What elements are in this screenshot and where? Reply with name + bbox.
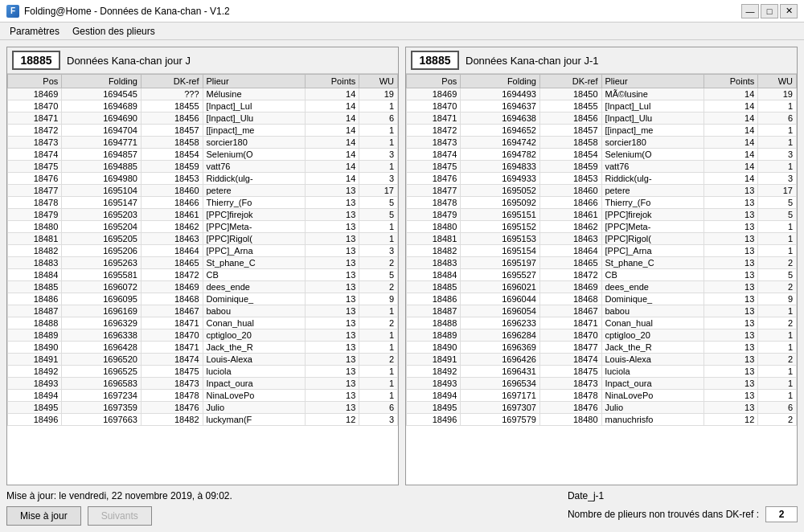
- table-row[interactable]: 18483169519718465St_phane_C132: [407, 257, 797, 269]
- table-row[interactable]: 18474169485718454Selenium(O143: [8, 149, 398, 161]
- maximize-button[interactable]: □: [761, 4, 778, 18]
- table-row[interactable]: 18488169623318471Conan_hual132: [407, 317, 797, 329]
- table-cell: Thierry_(Fo: [601, 197, 704, 209]
- table-row[interactable]: 18494169717118478NinaLovePo131: [407, 390, 797, 402]
- table-row[interactable]: 18482169520618464[PPC]_Arna133: [8, 245, 398, 257]
- next-button[interactable]: Suivants: [88, 506, 152, 526]
- menu-parametres[interactable]: Paramètres: [3, 24, 66, 39]
- table-row[interactable]: 18493169653418473Inpact_oura131: [407, 378, 797, 390]
- date-j1-label: Date_j-1: [568, 490, 798, 501]
- table-row[interactable]: 18486169609518468Dominique_139: [8, 293, 398, 305]
- table-row[interactable]: 18496169766318482luckyman(F123: [8, 414, 398, 426]
- table-cell: 1: [359, 125, 398, 137]
- table-row[interactable]: 18475169483318459vatt76141: [407, 161, 797, 173]
- table-row[interactable]: 18473169477118458sorcier180141: [8, 137, 398, 149]
- table-cell: 14: [704, 125, 758, 137]
- table-row[interactable]: 18483169526318465St_phane_C132: [8, 257, 398, 269]
- table-row[interactable]: 18492169643118475luciola131: [407, 366, 797, 378]
- table-row[interactable]: 184691694545???Mélusine1419: [8, 88, 398, 100]
- table-row[interactable]: 18486169604418468Dominique_139: [407, 293, 797, 305]
- table-row[interactable]: 18487169605418467babou131: [407, 305, 797, 317]
- minimize-button[interactable]: —: [741, 4, 759, 18]
- table-row[interactable]: 18476169493318453Riddick(ulg-143: [407, 173, 797, 185]
- table-row[interactable]: 18489169633818470cptigloo_20131: [8, 329, 398, 342]
- table-row[interactable]: 18479169515118461[PPC]firejok135: [407, 209, 797, 221]
- table-row[interactable]: 18476169498018453Riddick(ulg-143: [8, 173, 398, 185]
- table-row[interactable]: 18481169515318463[PPC]Rigol(131: [407, 233, 797, 245]
- table-cell: 1: [758, 366, 797, 378]
- table-cell: 13: [704, 305, 758, 317]
- table-cell: 1695527: [461, 269, 540, 281]
- table-row[interactable]: 18490169642818471Jack_the_R131: [8, 342, 398, 354]
- table-row[interactable]: 18491169652018474Louis-Alexa132: [8, 354, 398, 366]
- table-row[interactable]: 18493169658318473Inpact_oura131: [8, 378, 398, 390]
- table-row[interactable]: 18469169449318450MÃ©lusine1419: [407, 88, 797, 100]
- table-row[interactable]: 18478169514718466Thierry_(Fo135: [8, 197, 398, 209]
- table-cell: Riddick(ulg-: [203, 173, 306, 185]
- menu-bar: Paramètres Gestion des plieurs: [0, 23, 804, 40]
- table-row[interactable]: 18496169757918480manuchrisfo122: [407, 414, 797, 426]
- table-cell: 13: [704, 197, 758, 209]
- table-cell: 18482: [407, 245, 461, 257]
- table-cell: 13: [306, 378, 359, 390]
- update-button[interactable]: Mise à jour: [6, 506, 81, 526]
- table-cell: 18468: [539, 293, 601, 305]
- table-row[interactable]: 18494169723418478NinaLovePo131: [8, 390, 398, 402]
- table-row[interactable]: 18488169632918471Conan_hual132: [8, 317, 398, 329]
- table-cell: 18459: [539, 161, 601, 173]
- table-row[interactable]: 18481169520518463[PPC]Rigol(131: [8, 233, 398, 245]
- table-row[interactable]: 18487169616918467babou131: [8, 305, 398, 317]
- table-cell: [PPC]Rigol(: [203, 233, 306, 245]
- table-row[interactable]: 18484169552718472CB135: [407, 269, 797, 281]
- table-cell: 5: [359, 197, 398, 209]
- close-button[interactable]: ✕: [780, 4, 798, 18]
- table-row[interactable]: 18485169602118469dees_ende132: [407, 281, 797, 293]
- table-cell: 18465: [539, 257, 601, 269]
- table-row[interactable]: 18485169607218469dees_ende132: [8, 281, 398, 293]
- table-cell: vatt76: [203, 161, 306, 173]
- table-row[interactable]: 18471169469018456[Inpact]_Ulu146: [8, 113, 398, 125]
- table-row[interactable]: 18470169468918455[Inpact]_Lul141: [8, 100, 398, 113]
- table-cell: 18457: [141, 125, 203, 137]
- table-cell: 13: [306, 305, 359, 317]
- menu-gestion-plieurs[interactable]: Gestion des plieurs: [66, 24, 162, 39]
- table-row[interactable]: 18480169520418462[PPC]Meta-131: [8, 221, 398, 233]
- table-row[interactable]: 18472169465218457[[inpact]_me141: [407, 125, 797, 137]
- table-cell: 13: [704, 281, 758, 293]
- status-text: Mise à jour: le vendredi, 22 novembre 20…: [6, 490, 232, 501]
- table-row[interactable]: 18479169520318461[PPC]firejok135: [8, 209, 398, 221]
- table-row[interactable]: 18477169510418460petere1317: [8, 185, 398, 197]
- table-row[interactable]: 18495169730718476Julio136: [407, 402, 797, 414]
- table-row[interactable]: 18475169488518459vatt76141: [8, 161, 398, 173]
- table-cell: Dominique_: [203, 293, 306, 305]
- table-row[interactable]: 18491169642618474Louis-Alexa132: [407, 354, 797, 366]
- table-row[interactable]: 18471169463818456[Inpact]_Ulu146: [407, 113, 797, 125]
- table-cell: 18487: [8, 305, 62, 317]
- table-row[interactable]: 18482169515418464[PPC]_Arna131: [407, 245, 797, 257]
- panel-left-table-container[interactable]: Pos Folding DK-ref Plieur Points WU 1846…: [7, 74, 398, 485]
- table-cell: 18474: [407, 149, 461, 161]
- table-row[interactable]: 18473169474218458sorcier180141: [407, 137, 797, 149]
- table-cell: 1: [359, 305, 398, 317]
- table-row[interactable]: 18495169735918476Julio136: [8, 402, 398, 414]
- table-cell: 18486: [407, 293, 461, 305]
- table-row[interactable]: 18489169628418470cptigloo_20131: [407, 329, 797, 342]
- col-header-points-right: Points: [704, 75, 758, 88]
- table-cell: babou: [203, 305, 306, 317]
- table-row[interactable]: 18472169470418457[[inpact]_me141: [8, 125, 398, 137]
- table-row[interactable]: 18477169505218460petere1317: [407, 185, 797, 197]
- table-cell: 18464: [141, 245, 203, 257]
- table-cell: 18473: [407, 137, 461, 149]
- table-row[interactable]: 18490169636918477Jack_the_R131: [407, 342, 797, 354]
- table-cell: Jack_the_R: [203, 342, 306, 354]
- missing-count-label: Nombre de plieurs non trouvés dans DK-re…: [568, 509, 759, 520]
- table-cell: 13: [306, 269, 359, 281]
- table-cell: 1695263: [62, 257, 142, 269]
- panel-right-table-container[interactable]: Pos Folding DK-ref Plieur Points WU 1846…: [406, 74, 797, 485]
- table-row[interactable]: 18480169515218462[PPC]Meta-131: [407, 221, 797, 233]
- table-row[interactable]: 18492169652518475luciola131: [8, 366, 398, 378]
- table-row[interactable]: 18474169478218454Selenium(O143: [407, 149, 797, 161]
- table-row[interactable]: 18478169509218466Thierry_(Fo135: [407, 197, 797, 209]
- table-row[interactable]: 18484169558118472CB135: [8, 269, 398, 281]
- table-row[interactable]: 18470169463718455[Inpact]_Lul141: [407, 100, 797, 113]
